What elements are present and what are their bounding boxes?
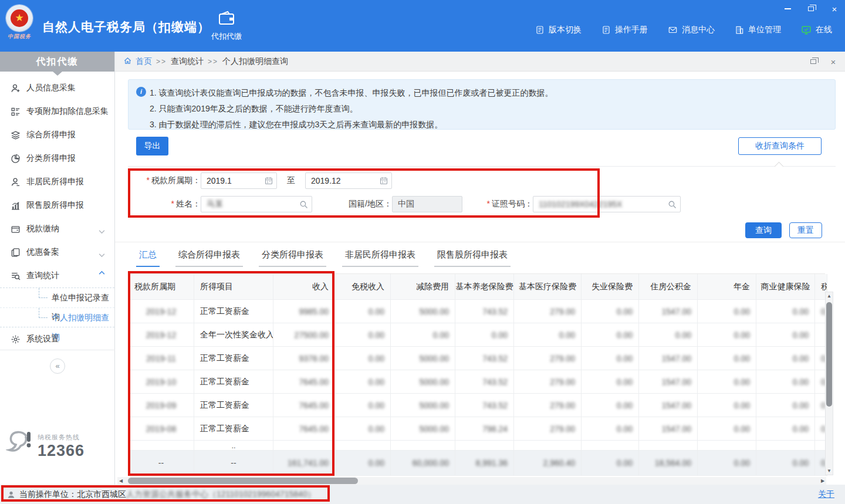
table-cell: 0.00 — [391, 323, 455, 347]
table-cell: 0.00 — [582, 300, 639, 323]
hotline-block: 纳税服务热线 12366 — [6, 430, 84, 462]
topbar-menu-item-3[interactable]: 消息中心 — [668, 25, 715, 35]
tab-5[interactable]: 限售股所得申报表 — [434, 249, 511, 267]
sidebar-submenu: 单位申报记录查询个人扣缴明细查询 — [0, 287, 114, 327]
table-cell: .. — [194, 441, 273, 451]
sidebar-subitem-2[interactable]: 个人扣缴明细查询 — [0, 307, 114, 327]
table-row-partial: .. — [129, 441, 825, 451]
masked-value: 0.00 — [617, 424, 633, 434]
table-cell: 0.00 — [582, 370, 639, 394]
sidebar-item-10[interactable]: 系统设置 — [0, 327, 114, 351]
sidebar-item-9[interactable]: 查询统计 — [0, 264, 114, 287]
masked-value: 279.00 — [550, 307, 575, 316]
sidebar-item-2[interactable]: 专项附加扣除信息采集 — [0, 100, 114, 123]
export-button[interactable]: 导出 — [136, 137, 168, 155]
tab-3[interactable]: 分类所得申报表 — [259, 249, 326, 267]
collapse-query-conditions-button[interactable]: 收折查询条件 — [738, 137, 822, 155]
table-cell: 7645.00 — [273, 417, 335, 441]
sidebar-item-1[interactable]: 人员信息采集 — [0, 76, 114, 100]
table-row[interactable]: 2019-11正常工资薪金9378.000.005000.00743.52279… — [129, 347, 825, 370]
bar-chart-icon — [11, 201, 21, 211]
table-cell: 0.00 — [698, 370, 756, 394]
table-row[interactable]: 2019-12正常工资薪金9985.000.005000.00743.52279… — [129, 300, 825, 323]
panel-close-icon[interactable]: × — [829, 57, 838, 66]
table-cell: 0.00 — [698, 347, 756, 370]
restore-icon[interactable] — [806, 4, 816, 13]
topbar-menu-item-2[interactable]: 操作手册 — [601, 25, 648, 35]
search-icon[interactable] — [299, 200, 308, 211]
masked-value: 27500.00 — [295, 330, 329, 340]
tab-2[interactable]: 综合所得申报表 — [175, 249, 243, 267]
vertical-scrollbar[interactable]: ▲ ▼ — [825, 292, 833, 475]
scroll-up-arrow-icon[interactable]: ▲ — [826, 293, 833, 299]
scroll-down-arrow-icon[interactable]: ▼ — [826, 468, 833, 473]
table-cell: 1547.00 — [639, 347, 698, 370]
topbar-menu-item-5[interactable]: 在线 — [801, 25, 832, 35]
minimize-icon[interactable] — [783, 4, 792, 13]
table-cell: 0.00 — [756, 347, 815, 370]
table-cell: 0.00 — [698, 300, 756, 323]
layers-icon — [11, 130, 21, 140]
topbar-menu-item-4[interactable]: 单位管理 — [735, 25, 781, 35]
query-form-row-period: *税款所属期： 2019.1 至 2019.12 — [128, 172, 392, 190]
masked-value: 0.00 — [793, 401, 809, 410]
table-cell: 0.00 — [756, 300, 815, 323]
calendar-icon[interactable] — [380, 177, 388, 187]
table-cell: 0.00 — [639, 323, 698, 347]
name-input[interactable]: 马某 — [201, 196, 312, 212]
panel-restore-icon[interactable] — [809, 57, 818, 66]
sidebar-item-6[interactable]: 限售股所得申报 — [0, 194, 114, 217]
search-icon[interactable] — [668, 200, 677, 211]
sidebar-subitem-1[interactable]: 单位申报记录查询 — [0, 288, 114, 307]
close-icon[interactable]: × — [830, 4, 839, 13]
breadcrumb-home[interactable]: 首页 — [136, 56, 152, 67]
collapse-chevrons-icon[interactable]: « — [50, 358, 65, 374]
period-to-input[interactable]: 2019.12 — [305, 172, 392, 189]
scroll-right-arrow-icon[interactable]: ▶ — [819, 478, 826, 483]
masked-value: 743.52 — [482, 354, 508, 363]
query-button[interactable]: 查询 — [745, 222, 782, 238]
reset-button[interactable]: 重置 — [789, 222, 822, 238]
table-cell: 0.00 — [698, 417, 756, 441]
tab-withholding-module[interactable]: 代扣代缴 — [205, 11, 248, 42]
column-header-9: 住房公积金 — [639, 274, 698, 300]
masked-value: 279.00 — [550, 401, 575, 410]
table-row[interactable]: 2019-09正常工资薪金7645.000.005000.00743.52279… — [129, 394, 825, 417]
topbar-menu-label: 版本切换 — [549, 25, 582, 35]
sidebar-item-5[interactable]: 非居民所得申报 — [0, 170, 114, 194]
table-cell: 279.00 — [514, 300, 582, 323]
tab-1[interactable]: 汇总 — [136, 249, 160, 267]
tab-4[interactable]: 非居民所得申报表 — [342, 249, 418, 267]
table-cell: 279.00 — [514, 347, 582, 370]
sidebar-item-4[interactable]: 分类所得申报 — [0, 147, 114, 170]
table-cell: 27500.00 — [273, 323, 335, 347]
about-link[interactable]: 关于 — [818, 489, 834, 500]
table-cell: 0.00 — [335, 300, 391, 323]
table-cell: 全年一次性奖金收入 — [194, 323, 273, 347]
table-cell: 正常工资薪金 — [194, 394, 273, 417]
pie-chart-icon — [11, 154, 21, 164]
table-row[interactable]: 2019-12全年一次性奖金收入27500.000.000.000.000.00… — [129, 323, 825, 347]
masked-value: 5000.00 — [419, 354, 449, 363]
masked-value: 0.00 — [369, 307, 384, 316]
sidebar-item-3[interactable]: 综合所得申报 — [0, 123, 114, 147]
scroll-left-arrow-icon[interactable]: ◀ — [117, 478, 124, 483]
sidebar-item-8[interactable]: 优惠备案 — [0, 241, 114, 264]
calendar-icon[interactable] — [265, 177, 273, 187]
table-row[interactable]: 2019-08正常工资薪金7645.000.005000.00798.24279… — [129, 417, 825, 441]
table-cell: 0.00 — [335, 394, 391, 417]
sidebar-item-label: 查询统计 — [26, 270, 59, 281]
vertical-scroll-thumb[interactable] — [826, 302, 832, 407]
id-number-input[interactable]: 110102199X0422195X — [533, 196, 681, 212]
period-from-input[interactable]: 2019.1 — [201, 172, 277, 189]
person-add-icon — [11, 83, 21, 93]
horizontal-scroll-thumb[interactable] — [128, 478, 358, 484]
table-cell: 798.24 — [455, 417, 514, 441]
table-cell: 9985.00 — [273, 300, 335, 323]
table-cell — [391, 441, 455, 451]
sidebar-item-7[interactable]: 税款缴纳 — [0, 217, 114, 241]
topbar-menu-item-1[interactable]: 版本切换 — [535, 25, 582, 35]
horizontal-scrollbar[interactable]: ◀ ▶ — [117, 477, 826, 485]
id-value-masked: 110102199X0422195X — [539, 199, 622, 209]
table-row[interactable]: 2019-10正常工资薪金7645.000.005000.00743.52279… — [129, 370, 825, 394]
